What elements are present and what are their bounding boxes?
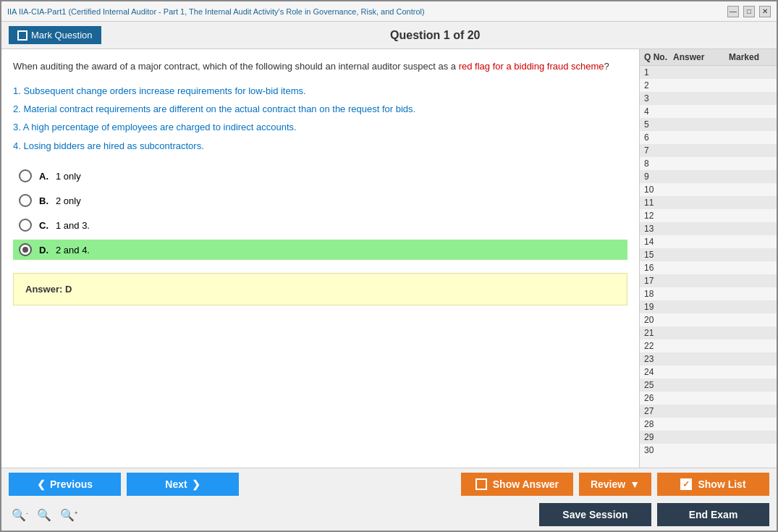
review-button[interactable]: Review ▼ [579, 473, 651, 496]
sidebar-row-no: 17 [644, 276, 673, 286]
sidebar-row[interactable]: 6 [640, 131, 777, 144]
sidebar-row[interactable]: 15 [640, 248, 777, 261]
previous-button[interactable]: Previous [9, 473, 121, 496]
sidebar-list[interactable]: 1234567891011121314151617181920212223242… [640, 66, 777, 468]
sidebar-row-answer [673, 406, 729, 416]
sidebar-row[interactable]: 19 [640, 300, 777, 313]
sidebar-row-answer [673, 237, 729, 247]
choice-A[interactable]: A. 1 only [13, 166, 627, 186]
sidebar-row[interactable]: 23 [640, 352, 777, 366]
zoom-controls: 🔍- 🔍 🔍+ [9, 507, 80, 523]
sidebar-row[interactable]: 4 [640, 105, 777, 118]
sidebar-row-marked [729, 367, 772, 377]
bottom-sub-row: 🔍- 🔍 🔍+ Save Session End Exam [1, 500, 777, 531]
question-text-post: ? [604, 61, 609, 72]
sidebar-row[interactable]: 8 [640, 157, 777, 170]
sidebar-row[interactable]: 28 [640, 418, 777, 431]
sidebar-row[interactable]: 24 [640, 366, 777, 379]
sidebar-row-marked [729, 302, 772, 312]
sidebar-row[interactable]: 27 [640, 405, 777, 418]
end-exam-label: End Exam [689, 509, 738, 520]
sidebar-row[interactable]: 11 [640, 196, 777, 209]
sidebar-row[interactable]: 10 [640, 183, 777, 196]
save-session-button[interactable]: Save Session [539, 503, 651, 526]
bottom-bar: Previous Next Show Answer Review ▼ Show … [1, 468, 777, 531]
sidebar-row-answer [673, 393, 729, 403]
previous-label: Previous [50, 478, 93, 490]
sidebar-row-answer [673, 106, 729, 117]
choice-C[interactable]: C. 1 and 3. [13, 215, 627, 235]
close-button[interactable]: ✕ [759, 6, 771, 17]
sidebar-row[interactable]: 9 [640, 170, 777, 183]
sidebar-row[interactable]: 5 [640, 118, 777, 131]
sidebar-row-marked [729, 393, 772, 403]
maximize-button[interactable]: □ [743, 6, 755, 17]
mark-checkbox-icon [17, 30, 28, 41]
zoom-reset-button[interactable]: 🔍 [34, 507, 54, 523]
sidebar-row[interactable]: 12 [640, 209, 777, 222]
sidebar-row-no: 1 [644, 67, 673, 77]
sidebar-row[interactable]: 18 [640, 287, 777, 300]
sidebar-row-answer [673, 276, 729, 286]
numbered-options: 1. Subsequent change orders increase req… [13, 83, 627, 156]
radio-A[interactable] [19, 169, 32, 182]
sidebar-row-answer [673, 172, 729, 182]
choice-D[interactable]: D. 2 and 4. [13, 240, 627, 260]
numbered-option-1: 1. Subsequent change orders increase req… [13, 83, 627, 99]
sidebar-row-marked [729, 106, 772, 117]
sidebar-row-answer [673, 80, 729, 90]
sidebar-row-answer [673, 185, 729, 195]
sidebar-row-answer [673, 445, 729, 455]
sidebar-row[interactable]: 2 [640, 79, 777, 92]
sidebar-row-answer [673, 380, 729, 390]
sidebar-row[interactable]: 30 [640, 444, 777, 457]
sidebar-row[interactable]: 21 [640, 326, 777, 339]
choice-B[interactable]: B. 2 only [13, 190, 627, 211]
answer-choices: A. 1 only B. 2 only C. 1 and 3. D. 2 and… [13, 166, 627, 260]
sidebar-row[interactable]: 16 [640, 261, 777, 274]
sidebar-row-answer [673, 198, 729, 208]
sidebar-row[interactable]: 22 [640, 339, 777, 352]
sidebar-row[interactable]: 1 [640, 66, 777, 79]
radio-D[interactable] [19, 243, 32, 256]
sidebar-row[interactable]: 3 [640, 92, 777, 105]
next-button[interactable]: Next [127, 473, 239, 496]
sidebar-row-no: 29 [644, 432, 673, 442]
sidebar-header: Q No. Answer Marked [640, 49, 777, 66]
numbered-option-3: 3. A high percentage of employees are ch… [13, 119, 627, 135]
save-session-label: Save Session [562, 509, 627, 520]
sidebar-row-no: 22 [644, 341, 673, 351]
zoom-in-button[interactable]: 🔍+ [57, 507, 81, 523]
sidebar-row[interactable]: 25 [640, 379, 777, 392]
radio-B[interactable] [19, 194, 32, 207]
sidebar-row-no: 30 [644, 445, 673, 455]
question-list-sidebar: Q No. Answer Marked 12345678910111213141… [639, 49, 777, 468]
sidebar-row[interactable]: 20 [640, 313, 777, 326]
sidebar-row-no: 8 [644, 159, 673, 169]
sidebar-row-no: 7 [644, 145, 673, 156]
window-controls: — □ ✕ [727, 6, 771, 17]
show-list-button[interactable]: Show List [657, 473, 769, 496]
end-exam-button[interactable]: End Exam [657, 503, 769, 526]
sidebar-row[interactable]: 7 [640, 144, 777, 157]
chevron-right-icon [192, 478, 200, 490]
sidebar-row[interactable]: 14 [640, 235, 777, 248]
sidebar-row[interactable]: 17 [640, 274, 777, 287]
sidebar-row-no: 19 [644, 302, 673, 312]
zoom-out-button[interactable]: 🔍- [9, 507, 31, 523]
sidebar-row-marked [729, 80, 772, 90]
mark-question-button[interactable]: Mark Question [9, 26, 101, 44]
sidebar-row-marked [729, 145, 772, 156]
sidebar-row-marked [729, 119, 772, 130]
title-link: IIA IIA-CIA-Part1 [7, 7, 66, 16]
sidebar-row-marked [729, 406, 772, 416]
show-answer-button[interactable]: Show Answer [461, 473, 573, 496]
sidebar-row[interactable]: 26 [640, 392, 777, 405]
minimize-button[interactable]: — [727, 6, 739, 17]
sidebar-row-no: 4 [644, 106, 673, 117]
radio-C[interactable] [19, 219, 32, 232]
sidebar-row-no: 2 [644, 80, 673, 90]
sidebar-row[interactable]: 29 [640, 431, 777, 444]
sidebar-row-marked [729, 67, 772, 77]
sidebar-row[interactable]: 13 [640, 222, 777, 235]
